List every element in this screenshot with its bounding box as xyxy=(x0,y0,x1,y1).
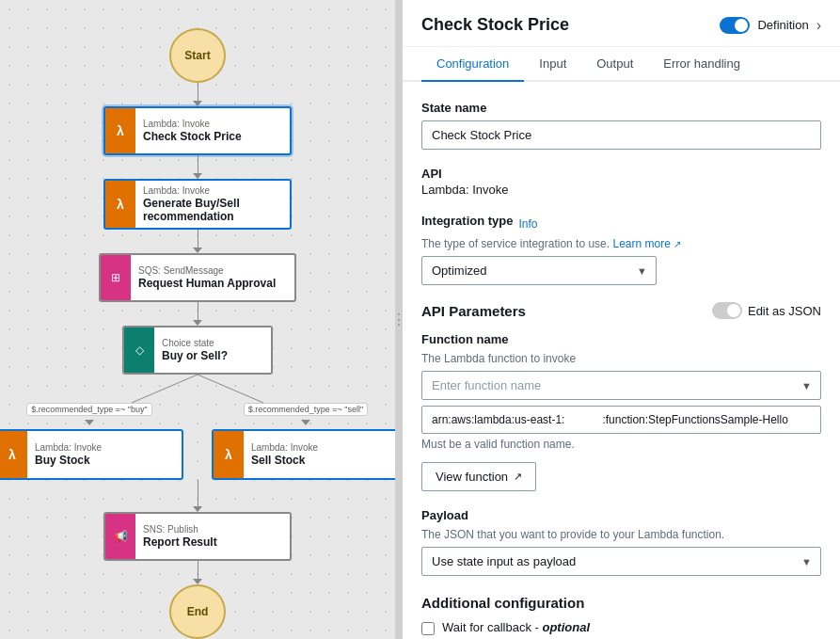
request-approval-node[interactable]: ⊞ SQS: SendMessage Request Human Approva… xyxy=(99,253,296,302)
state-name-group: State name xyxy=(421,101,821,150)
payload-select-wrapper: Use state input as payload ▼ xyxy=(421,547,821,576)
generate-name: Generate Buy/Sell recommendation xyxy=(143,197,282,223)
tab-configuration[interactable]: Configuration xyxy=(421,47,524,82)
definition-toggle[interactable] xyxy=(720,17,750,34)
wait-callback-checkbox[interactable] xyxy=(421,622,435,635)
choice-name: Buy or Sell? xyxy=(162,349,263,362)
connector-3 xyxy=(198,230,198,248)
arrow-3 xyxy=(193,248,202,253)
connector-6 xyxy=(198,561,198,579)
start-label: Start xyxy=(184,49,210,62)
workflow-diagram: Start λ Lambda: Invoke Check Stock Price… xyxy=(0,0,395,639)
choice-type: Choice state xyxy=(162,338,263,348)
generate-icon-bar: λ xyxy=(105,181,135,228)
payload-label: Payload xyxy=(421,508,821,522)
buy-label: $.recommended_type =~ "buy" xyxy=(26,403,151,416)
info-badge[interactable]: Info xyxy=(519,217,538,231)
sns-icon: 📢 xyxy=(114,530,128,543)
learn-more-link[interactable]: Learn more xyxy=(612,237,681,250)
external-link-icon: ↗ xyxy=(514,471,522,483)
choice-content: Choice state Buy or Sell? xyxy=(154,332,271,368)
arrow-4 xyxy=(193,320,202,326)
report-name: Report Result xyxy=(143,535,282,549)
sell-type: Lambda: Invoke xyxy=(251,442,390,453)
start-node[interactable]: Start xyxy=(169,28,226,83)
sell-lambda-icon: λ xyxy=(225,447,232,462)
optional-text: optional xyxy=(542,620,590,634)
integration-type-group: Integration type Info The type of servic… xyxy=(421,214,821,285)
approval-type: SQS: SendMessage xyxy=(138,265,287,276)
api-group: API Lambda: Invoke xyxy=(421,167,821,197)
tab-output[interactable]: Output xyxy=(581,47,648,82)
api-parameters-group: API Parameters Edit as JSON Function nam… xyxy=(421,302,821,576)
approval-name: Request Human Approval xyxy=(138,277,287,290)
tab-bar: Configuration Input Output Error handlin… xyxy=(403,47,840,82)
connector-1 xyxy=(198,83,198,101)
lambda-icon-bar: λ xyxy=(105,107,135,154)
function-name-label: Function name xyxy=(421,332,821,346)
sell-branch: $.recommended_type =~ "sell" λ Lambda: I… xyxy=(212,403,395,480)
definition-label: Definition xyxy=(757,18,808,32)
chevron-right-icon[interactable]: › xyxy=(816,17,821,34)
state-name-input[interactable] xyxy=(421,120,821,150)
payload-group: Payload The JSON that you want to provid… xyxy=(421,508,821,576)
lambda-icon: λ xyxy=(117,123,124,138)
integration-type-select-wrapper: Optimized ▼ xyxy=(421,256,657,285)
state-name-label: State name xyxy=(421,101,821,115)
generate-type: Lambda: Invoke xyxy=(143,185,282,196)
function-name-group: Function name The Lambda function to inv… xyxy=(421,332,821,491)
api-label: API xyxy=(421,167,821,181)
panel-divider[interactable] xyxy=(395,0,403,639)
choice-node[interactable]: ◇ Choice state Buy or Sell? xyxy=(122,326,273,375)
tab-error-handling[interactable]: Error handling xyxy=(648,47,755,82)
payload-desc: The JSON that you want to provide to you… xyxy=(421,528,821,541)
generate-content: Lambda: Invoke Generate Buy/Sell recomme… xyxy=(135,180,290,229)
report-content: SNS: Publish Report Result xyxy=(135,519,290,554)
configuration-content: State name API Lambda: Invoke Integratio… xyxy=(403,82,840,639)
tab-input[interactable]: Input xyxy=(524,47,581,82)
integration-type-desc: The type of service integration to use. … xyxy=(421,237,821,250)
integration-type-header: Integration type Info xyxy=(421,214,821,233)
buy-stock-node[interactable]: λ Lambda: Invoke Buy Stock xyxy=(0,429,183,480)
branch-row: $.recommended_type =~ "buy" λ Lambda: In… xyxy=(0,403,395,480)
api-value: Lambda: Invoke xyxy=(421,183,821,197)
edit-json-label: Edit as JSON xyxy=(748,304,821,318)
generate-lambda-icon: λ xyxy=(117,197,124,212)
buy-icon-bar: λ xyxy=(0,431,27,478)
function-name-desc: The Lambda function to invoke xyxy=(421,352,821,365)
report-result-node[interactable]: 📢 SNS: Publish Report Result xyxy=(103,512,292,561)
check-stock-type: Lambda: Invoke xyxy=(143,119,282,129)
function-name-select[interactable]: Enter function name xyxy=(421,371,821,400)
sell-stock-node[interactable]: λ Lambda: Invoke Sell Stock xyxy=(212,429,395,480)
payload-select[interactable]: Use state input as payload xyxy=(421,547,821,576)
edit-json-toggle[interactable] xyxy=(712,302,742,319)
sell-label: $.recommended_type =~ "sell" xyxy=(244,403,368,416)
panel-title: Check Stock Price xyxy=(421,15,569,35)
buy-lambda-icon: λ xyxy=(8,447,16,462)
wait-callback-text: Wait for callback - optional Pause the e… xyxy=(442,620,821,639)
sqs-icon: ⊞ xyxy=(111,271,120,284)
arn-input[interactable] xyxy=(421,406,821,434)
report-type: SNS: Publish xyxy=(143,524,282,535)
wait-callback-row: Wait for callback - optional Pause the e… xyxy=(421,620,821,639)
sell-arrow xyxy=(301,420,310,425)
sns-icon-bar: 📢 xyxy=(105,513,135,560)
integration-type-select[interactable]: Optimized xyxy=(421,256,657,285)
sell-content: Lambda: Invoke Sell Stock xyxy=(244,437,395,472)
edit-json-row: Edit as JSON xyxy=(712,302,821,319)
right-header: Check Stock Price Definition › xyxy=(403,0,840,47)
check-stock-content: Lambda: Invoke Check Stock Price xyxy=(135,113,290,149)
arrow-1 xyxy=(193,101,202,106)
additional-config-title: Additional configuration xyxy=(421,595,821,611)
generate-buy-node[interactable]: λ Lambda: Invoke Generate Buy/Sell recom… xyxy=(103,179,292,230)
view-function-button[interactable]: View function ↗ xyxy=(421,462,536,491)
branch-lines xyxy=(66,375,329,403)
buy-branch: $.recommended_type =~ "buy" λ Lambda: In… xyxy=(0,403,183,480)
connector-5 xyxy=(198,480,198,507)
header-controls: Definition › xyxy=(720,17,821,34)
connector-4 xyxy=(198,302,198,320)
end-node[interactable]: End xyxy=(169,584,226,639)
svg-line-0 xyxy=(132,375,198,403)
arrow-2 xyxy=(193,173,202,179)
check-stock-node[interactable]: λ Lambda: Invoke Check Stock Price xyxy=(103,106,292,155)
